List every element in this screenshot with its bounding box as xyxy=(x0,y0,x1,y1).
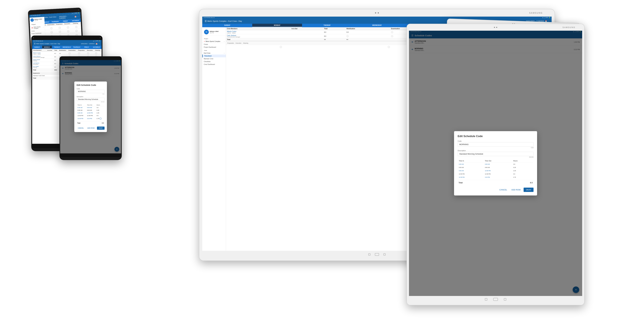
samsung-code-count: 7/20 xyxy=(458,147,534,148)
samsung-edit-modal: Edit Schedule Code Code 7/20 Description… xyxy=(454,131,537,195)
modal-code-label: Code xyxy=(77,88,104,89)
samsung-day-tue[interactable]: TUESDAY xyxy=(302,24,352,27)
day-friday[interactable]: FRIDAY xyxy=(60,19,70,23)
time-row-1: 6:30 AM 9:30 AM 3.0 xyxy=(77,106,104,109)
samsung-crew-dashboard[interactable]: Crew Dashboard xyxy=(202,63,226,66)
day-mon[interactable]: MONDAY xyxy=(42,46,52,49)
samsung-proj-name: Metro Sports Complex xyxy=(206,41,220,42)
day-thursday[interactable]: THURSDAY xyxy=(50,20,60,23)
samsung-user-role: Ass PM xyxy=(210,32,218,33)
edit-schedule-modal: Edit Schedule Code Code 7/20 Description… xyxy=(74,81,107,132)
samsung-timesheet[interactable]: Timesheet xyxy=(202,54,226,57)
sidebar-user-role: Ass PM xyxy=(34,20,42,21)
cancel-button[interactable]: CANCEL xyxy=(77,127,85,129)
samsung-menu-btn[interactable] xyxy=(384,253,386,256)
col-total: Total xyxy=(54,49,58,52)
s-time-row-1: 6:30 AM 9:30 AM 3.0 xyxy=(458,163,533,166)
col-exec: Execution xyxy=(86,49,94,52)
samsung-label-medium: SAMSUNG xyxy=(562,26,576,28)
time-row-5: 12:30 PM 3:15 PM 2.75 − xyxy=(77,117,104,120)
samsung-breadcrumb: Metro Sports Complex › Kurt Crew › Day xyxy=(207,20,242,22)
samsung-desc-input[interactable] xyxy=(458,152,534,156)
s-time-in-hdr: Time In xyxy=(458,159,484,162)
samsung-day-sun[interactable]: SUNDAY xyxy=(202,24,252,27)
s-time-row-4: 12:00 PM 12:30 PM 0.5 xyxy=(458,173,533,175)
samsung-user-name: Maheen Jafari xyxy=(210,31,218,32)
more-icon-main[interactable]: ⋯ xyxy=(98,43,100,45)
more-icon[interactable]: ⋯ xyxy=(77,15,79,17)
s-col-inout: In & Out xyxy=(291,27,323,30)
samsung-modal-overlay: Edit Schedule Code Code 7/20 Description… xyxy=(409,31,582,296)
samsung-crews[interactable]: Crews xyxy=(202,43,226,46)
left-section: 4:47 PM Mon Nov 22 ▲◯ 100%🔋 ☰ Metro Spor… xyxy=(30,9,142,320)
samsung-proj-label: Project xyxy=(202,37,226,40)
samsung-proj-dashboard[interactable]: Project Dashboard xyxy=(202,46,226,49)
day-saturday[interactable]: SATURDAY xyxy=(70,19,81,22)
modal-title: Edit Schedule Code xyxy=(77,84,104,86)
samsung-code-input[interactable] xyxy=(458,142,534,147)
col-crew: Crew Members xyxy=(32,49,46,52)
remove-row-icon[interactable]: − xyxy=(100,117,102,120)
day-wed[interactable]: WEDNESDAY xyxy=(62,46,72,49)
s-time-row-3: 9:45 AM 12:00 PM 2.25 xyxy=(458,169,533,172)
app-header-main: ☰ Metro Sports Complex › Kurt Crew › Day… xyxy=(32,42,102,46)
s-home-btn[interactable] xyxy=(493,298,498,301)
time-row-4: 12:00 PM 12:30 PM 0.5 xyxy=(77,114,104,117)
s-col-crew: Crew Members xyxy=(226,27,291,30)
col-exam: Examination xyxy=(68,49,77,52)
calendar-icon[interactable]: 📅 xyxy=(74,16,76,17)
s-time-row-2: 9:30 AM 9:45 AM 0.25 xyxy=(458,166,533,169)
samsung-back-btn[interactable] xyxy=(368,253,370,256)
right-section: SAMSUNG 4:43 PM Mon Nov 22 ▲ ◯ 100%🔋 ☰ M… xyxy=(184,9,614,320)
col-inout: In & Out xyxy=(46,49,54,52)
tablet-front-left: 4:47 PM Mon Nov 22 ▲◯ 100%🔋 ☰ Schedule C… xyxy=(60,56,122,160)
modal-total: Total 8.0 xyxy=(77,121,104,125)
day-fri[interactable]: FRIDAY xyxy=(82,46,92,49)
samsung-code-label: Code xyxy=(458,140,534,142)
col-mob: Mobilization xyxy=(58,49,68,52)
day-sat[interactable]: SATURDAY xyxy=(92,46,102,49)
samsung-cancel-btn[interactable]: CANCEL xyxy=(498,188,508,191)
s-col-mob: Mobilization xyxy=(346,27,390,30)
modal-overlay: Edit Schedule Code Code 7/20 Description… xyxy=(60,60,121,153)
time-row-3: 9:45 AM 12:00 PM 2.25 xyxy=(77,112,104,114)
modal-desc-count: 26/100 xyxy=(77,101,104,103)
samsung-checklists[interactable]: Checklists xyxy=(202,60,226,63)
breadcrumb-main: Metro Sports Complex › Kurt Crew › Day xyxy=(36,43,60,44)
s-menu-btn[interactable] xyxy=(504,298,506,301)
modal-desc-label: Description xyxy=(77,96,104,97)
modal-code-count: 7/20 xyxy=(77,93,104,95)
menu-icon-samsung[interactable]: ☰ xyxy=(205,20,207,22)
samsung-tablet-medium: SAMSUNG 4:48 PM Mon Nov 22 ▲ ◯ 100%🔋 ☰ S… xyxy=(406,24,584,305)
day-tue[interactable]: TUESDAY xyxy=(52,46,62,49)
col-clean: Cleaning xyxy=(94,49,102,52)
table-row: Alberto CortezLaborer - Skilled 8.0 0.0 … xyxy=(32,52,102,55)
samsung-add-row-btn[interactable]: ADD ROW xyxy=(510,188,522,191)
time-out-header: Time Out xyxy=(86,104,96,106)
day-sun[interactable]: SUNDAY xyxy=(32,46,42,49)
s-back-btn[interactable] xyxy=(485,298,487,301)
samsung-desc-label: Description xyxy=(458,150,534,151)
samsung-crew-label: Crew xyxy=(202,49,226,52)
samsung-okay-btn[interactable]: OKAY xyxy=(524,188,534,192)
samsung-day-mon[interactable]: MONDAY xyxy=(252,24,302,27)
sidebar-project-name: Metro Sports Complex xyxy=(34,26,42,29)
hours-header: Hours xyxy=(96,104,104,106)
add-row-button[interactable]: ADD ROW xyxy=(86,127,96,129)
samsung-day-wed[interactable]: WEDNESDAY xyxy=(352,24,402,27)
calendar-icon-main[interactable]: 📅 xyxy=(96,43,98,45)
samsung-maintain[interactable]: Maintain Crew xyxy=(202,57,226,60)
status-bar-main: 4:47 PM Mon Nov 22 ▲◯ 100%🔋 xyxy=(32,40,102,42)
modal-desc-input[interactable] xyxy=(77,98,104,101)
day-thu[interactable]: THURSDAY xyxy=(72,46,82,49)
menu-icon-main[interactable]: ☰ xyxy=(34,43,36,45)
s-time-row-5: 12:30 PM 3:15 PM 2.75 xyxy=(458,176,533,179)
samsung-home-btn[interactable] xyxy=(375,253,379,256)
col-prep: Preparation xyxy=(77,49,86,52)
modal-code-input[interactable] xyxy=(77,90,104,93)
samsung-status-bar: 4:43 PM Mon Nov 22 ▲ ◯ 100%🔋 xyxy=(202,16,552,18)
okay-button[interactable]: OKAY xyxy=(97,127,104,130)
samsung-calendar-icon[interactable]: 📅 xyxy=(545,20,547,22)
samsung-more-icon[interactable]: ⋯ xyxy=(548,20,549,22)
samsung-label-large: SAMSUNG xyxy=(529,12,543,14)
